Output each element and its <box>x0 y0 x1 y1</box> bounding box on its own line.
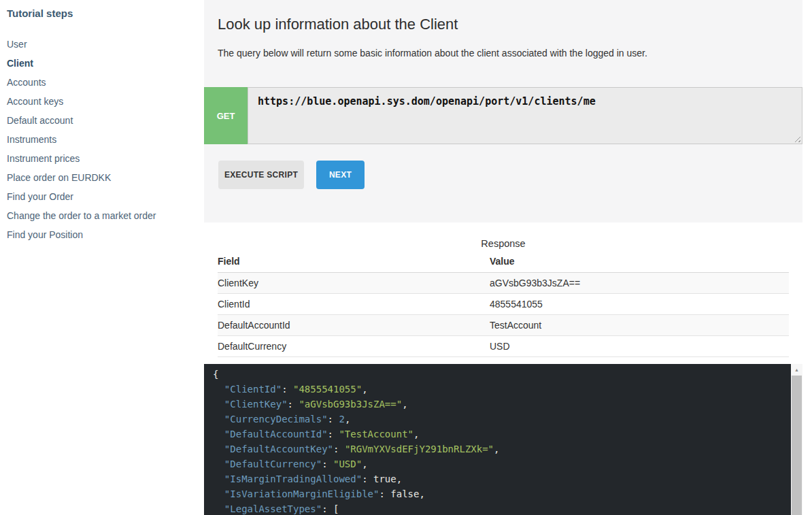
sidebar-item-user[interactable]: User <box>7 35 156 54</box>
column-header-field: Field <box>218 252 490 273</box>
sidebar-item-change-the-order-to-a-market-order[interactable]: Change the order to a market order <box>7 206 156 225</box>
field-cell: DefaultCurrency <box>218 336 490 357</box>
response-table: Field Value ClientKeyaGVsbG93b3JsZA==Cli… <box>218 252 789 357</box>
value-cell: USD <box>490 336 789 357</box>
sidebar-item-default-account[interactable]: Default account <box>7 111 156 130</box>
table-row: DefaultAccountIdTestAccount <box>218 315 789 336</box>
sidebar-title: Tutorial steps <box>7 7 73 19</box>
code-line: "IsMarginTradingAllowed": true, <box>213 471 499 486</box>
sidebar-item-client[interactable]: Client <box>7 54 156 73</box>
response-json-code-block[interactable]: { "ClientId": "4855541055", "ClientKey":… <box>204 364 802 515</box>
response-table-header-row: Field Value <box>218 252 789 273</box>
code-line: "CurrencyDecimals": 2, <box>213 412 499 427</box>
code-line: "DefaultAccountId": "TestAccount", <box>213 427 499 442</box>
field-cell: DefaultAccountId <box>218 315 490 336</box>
sidebar-item-find-your-order[interactable]: Find your Order <box>7 187 156 206</box>
sidebar-item-instrument-prices[interactable]: Instrument prices <box>7 149 156 168</box>
field-cell: ClientKey <box>218 273 490 294</box>
value-cell: 4855541055 <box>490 294 789 315</box>
column-header-value: Value <box>490 252 789 273</box>
sidebar-item-accounts[interactable]: Accounts <box>7 73 156 92</box>
next-button[interactable]: NEXT <box>316 161 365 189</box>
code-line: "DefaultCurrency": "USD", <box>213 456 499 471</box>
table-row: ClientId4855541055 <box>218 294 789 315</box>
scroll-up-arrow-icon[interactable]: ▲ <box>791 364 802 375</box>
sidebar-item-place-order-on-eurdkk[interactable]: Place order on EURDKK <box>7 168 156 187</box>
code-line: "ClientKey": "aGVsbG93b3JsZA==", <box>213 397 499 412</box>
main-content: Look up information about the Client The… <box>204 0 802 515</box>
sidebar: Tutorial steps UserClientAccountsAccount… <box>0 0 204 515</box>
tutorial-steps-nav: UserClientAccountsAccount keysDefault ac… <box>7 35 156 244</box>
sidebar-item-instruments[interactable]: Instruments <box>7 130 156 149</box>
table-row: DefaultCurrencyUSD <box>218 336 789 357</box>
code-line: "IsVariationMarginEligible": false, <box>213 486 499 501</box>
value-cell: TestAccount <box>490 315 789 336</box>
page-title: Look up information about the Client <box>218 16 458 33</box>
request-panel: Look up information about the Client The… <box>204 0 802 222</box>
response-json-code: { "ClientId": "4855541055", "ClientKey":… <box>213 367 499 515</box>
request-url-input[interactable]: https://blue.openapi.sys.dom/openapi/por… <box>248 87 802 144</box>
code-line: "LegalAssetTypes": [ <box>213 501 499 515</box>
code-line: "DefaultAccountKey": "RGVmYXVsdEFjY291bn… <box>213 442 499 456</box>
code-line: { <box>213 367 499 382</box>
request-row: GET https://blue.openapi.sys.dom/openapi… <box>204 87 802 144</box>
response-table-body: ClientKeyaGVsbG93b3JsZA==ClientId4855541… <box>218 273 789 357</box>
response-caption: Response <box>204 238 802 249</box>
table-row: ClientKeyaGVsbG93b3JsZA== <box>218 273 789 294</box>
page-description: The query below will return some basic i… <box>218 48 647 59</box>
sidebar-item-find-your-position[interactable]: Find your Position <box>7 225 156 244</box>
http-method-badge: GET <box>204 87 248 144</box>
value-cell: aGVsbG93b3JsZA== <box>490 273 789 294</box>
execute-script-button[interactable]: EXECUTE SCRIPT <box>218 161 304 189</box>
scrollbar-thumb[interactable] <box>792 376 802 515</box>
code-line: "ClientId": "4855541055", <box>213 382 499 397</box>
field-cell: ClientId <box>218 294 490 315</box>
sidebar-item-account-keys[interactable]: Account keys <box>7 92 156 111</box>
code-scrollbar[interactable]: ▲ <box>791 364 802 515</box>
